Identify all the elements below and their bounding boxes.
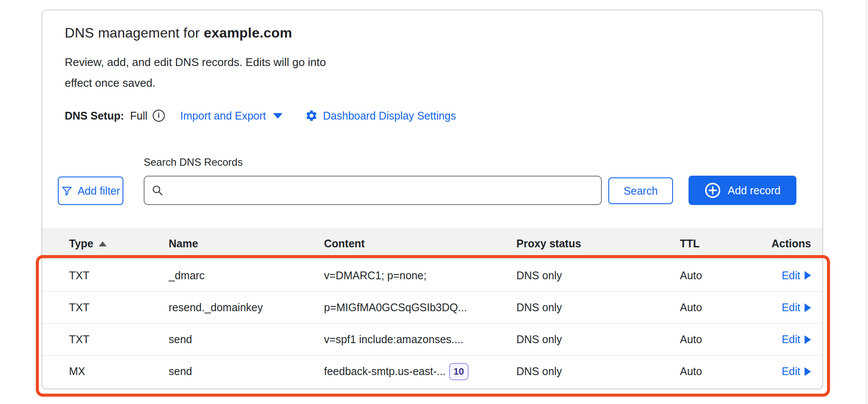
edit-record-link[interactable]: Edit (782, 301, 811, 314)
chevron-right-icon (805, 271, 811, 280)
dns-records-table: Type Name Content Proxy status TTL Actio… (42, 228, 822, 387)
cell-content: v=spf1 include:amazonses.... (324, 333, 516, 346)
chevron-right-icon (805, 303, 811, 312)
column-header-ttl: TTL (680, 237, 761, 250)
cell-actions: Edit (782, 301, 811, 314)
add-filter-label: Add filter (78, 185, 120, 197)
add-filter-button[interactable]: Add filter (58, 177, 123, 205)
dns-management-card: DNS management for example.com Review, a… (41, 9, 823, 389)
edit-label: Edit (782, 365, 800, 378)
table-row: TXT _dmarc v=DMARC1; p=none; DNS only Au… (42, 259, 822, 291)
caret-down-icon (273, 113, 283, 119)
record-content-text: p=MIGfMA0GCSqGSIb3DQ... (324, 301, 467, 314)
cell-content: p=MIGfMA0GCSqGSIb3DQ... (324, 301, 516, 314)
table-row: MX send feedback-smtp.us-east-... 10 DNS… (42, 355, 822, 387)
import-export-link[interactable]: Import and Export (180, 110, 283, 122)
table-row: TXT send v=spf1 include:amazonses.... DN… (42, 323, 822, 355)
page-subtitle: Review, add, and edit DNS records. Edits… (65, 52, 337, 93)
cell-name: _dmarc (169, 269, 324, 282)
cell-actions: Edit (782, 365, 811, 378)
cell-ttl: Auto (680, 269, 761, 282)
plus-circle-icon (704, 182, 721, 199)
record-content-text: feedback-smtp.us-east-... (324, 365, 446, 378)
funnel-icon (61, 185, 72, 196)
edit-record-link[interactable]: Edit (782, 269, 811, 282)
column-header-proxy-status: Proxy status (516, 237, 680, 250)
edit-record-link[interactable]: Edit (782, 365, 811, 378)
cell-name: send (169, 333, 324, 346)
cell-ttl: Auto (680, 333, 761, 346)
page-edge-divider (866, 0, 867, 404)
column-header-actions: Actions (771, 237, 811, 250)
dashboard-display-settings-label: Dashboard Display Settings (323, 110, 456, 122)
cell-proxy-status: DNS only (516, 301, 680, 314)
cell-type: TXT (69, 333, 169, 346)
search-button[interactable]: Search (608, 177, 673, 204)
dns-setup-label: DNS Setup: (65, 110, 124, 122)
dns-setup-value: Full (130, 110, 148, 122)
sort-ascending-icon (99, 241, 107, 246)
search-input-container (144, 176, 602, 205)
record-content-text: v=spf1 include:amazonses.... (324, 333, 463, 346)
edit-record-link[interactable]: Edit (782, 333, 811, 346)
magnifier-icon (151, 184, 164, 196)
search-button-label: Search (623, 185, 657, 197)
cell-type: TXT (69, 269, 169, 282)
cell-type: MX (69, 365, 169, 378)
cell-proxy-status: DNS only (516, 269, 680, 282)
dns-setup-row: DNS Setup: Full i Import and Export Dash… (65, 107, 456, 124)
cell-type: TXT (69, 301, 169, 314)
chevron-right-icon (805, 335, 811, 344)
cell-content: feedback-smtp.us-east-... 10 (324, 363, 516, 380)
cell-proxy-status: DNS only (516, 333, 680, 346)
cell-actions: Edit (782, 269, 811, 282)
add-record-button[interactable]: Add record (689, 176, 796, 205)
cell-name: send (169, 365, 324, 378)
cell-proxy-status: DNS only (516, 365, 680, 378)
dashboard-display-settings-link[interactable]: Dashboard Display Settings (305, 109, 456, 122)
info-circle-icon[interactable]: i (153, 110, 165, 122)
cell-actions: Edit (782, 333, 811, 346)
page-title: DNS management for example.com (65, 25, 292, 41)
priority-badge: 10 (449, 363, 468, 380)
chevron-right-icon (805, 367, 811, 376)
add-record-label: Add record (728, 184, 780, 197)
import-export-label: Import and Export (180, 110, 266, 122)
table-header-row: Type Name Content Proxy status TTL Actio… (42, 228, 822, 259)
page-title-domain: example.com (204, 25, 292, 41)
column-header-type-label: Type (69, 237, 94, 250)
column-header-type[interactable]: Type (69, 237, 169, 250)
table-row: TXT resend._domainkey p=MIGfMA0GCSqGSIb3… (42, 291, 822, 323)
column-header-content: Content (324, 237, 516, 250)
page-title-prefix: DNS management for (65, 25, 204, 41)
edit-label: Edit (782, 333, 800, 346)
cell-content: v=DMARC1; p=none; (324, 269, 516, 282)
edit-label: Edit (782, 301, 800, 314)
cell-ttl: Auto (680, 365, 761, 378)
column-header-name: Name (169, 237, 324, 250)
search-records-label: Search DNS Records (144, 156, 242, 168)
cell-name: resend._domainkey (169, 301, 324, 314)
record-content-text: v=DMARC1; p=none; (324, 269, 427, 282)
edit-label: Edit (782, 269, 800, 282)
gear-icon (305, 109, 318, 122)
cell-ttl: Auto (680, 301, 761, 314)
search-input[interactable] (170, 184, 594, 197)
